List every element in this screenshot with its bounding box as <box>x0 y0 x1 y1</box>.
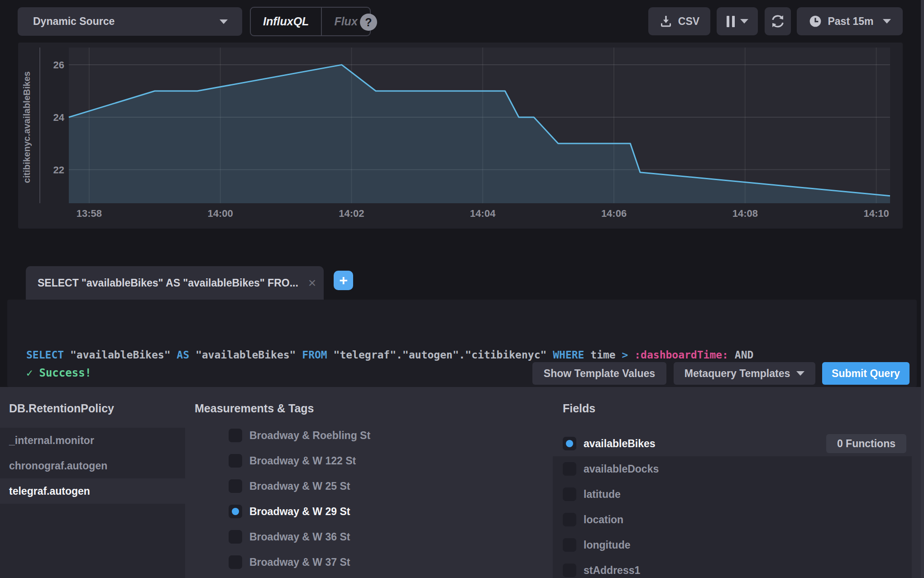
checkbox-icon[interactable] <box>229 454 242 468</box>
clock-icon <box>809 14 822 28</box>
field-item-label: availableDocks <box>584 463 659 475</box>
field-item-label: longitude <box>584 539 630 551</box>
db-item-label: _internal.monitor <box>9 435 94 447</box>
metaquery-templates-dropdown[interactable]: Metaquery Templates <box>674 362 815 385</box>
checkbox-icon[interactable] <box>563 564 576 577</box>
db-item[interactable]: _internal.monitor <box>0 428 185 453</box>
y-tick-label: 24 <box>53 112 65 123</box>
x-tick-label: 14:02 <box>339 208 364 219</box>
checkbox-icon[interactable] <box>563 513 576 526</box>
query-language-toggle: InfluxQL Flux <box>250 7 371 36</box>
field-item[interactable]: longitude <box>553 532 912 558</box>
x-tick-label: 14:00 <box>208 208 233 219</box>
tag-value-item[interactable]: Broadway & W 29 St <box>195 499 543 524</box>
checkbox-icon[interactable] <box>229 479 242 493</box>
scrollbar[interactable] <box>921 0 924 578</box>
data-explorer: Dynamic Source InfluxQL Flux ? CSV Pas <box>0 0 924 578</box>
checkbox-icon[interactable] <box>229 530 242 544</box>
graph-panel: 22242613:5814:0014:0214:0414:0614:0814:1… <box>18 43 903 229</box>
query-token: "availableBikes" <box>196 349 302 361</box>
time-range-label: Past 15m <box>828 15 873 28</box>
query-token: time <box>590 349 622 361</box>
query-line-1: SELECT "availableBikes" AS "availableBik… <box>26 347 753 363</box>
download-csv-button[interactable]: CSV <box>648 7 710 35</box>
fields-header: Fields <box>563 402 595 415</box>
query-token: FROM <box>302 349 333 361</box>
availablebikes-area-chart[interactable]: 22242613:5814:0014:0214:0414:0614:0814:1… <box>18 43 903 229</box>
field-item-label: stAddress1 <box>584 564 640 577</box>
y-axis-title: citibikenyc.availableBikes <box>22 72 32 183</box>
query-token: > <box>622 349 635 361</box>
query-token: AS <box>177 349 196 361</box>
tag-value-item[interactable]: Broadway & Roebling St <box>195 423 543 448</box>
checkbox-icon[interactable] <box>229 429 242 442</box>
csv-label: CSV <box>678 15 699 28</box>
query-token: "telegraf"."autogen"."citibikenyc" <box>334 349 553 361</box>
metaquery-templates-label: Metaquery Templates <box>685 368 790 380</box>
x-tick-label: 14:08 <box>732 208 758 219</box>
db-retention-header: DB.RetentionPolicy <box>9 402 114 415</box>
db-item[interactable]: telegraf.autogen <box>0 478 185 504</box>
tag-value-item[interactable]: Broadway & W 37 St <box>195 549 543 575</box>
refresh-icon <box>771 14 785 29</box>
field-item-label: latitude <box>584 488 621 501</box>
field-item[interactable]: location <box>553 507 912 532</box>
chevron-down-icon <box>883 19 891 24</box>
checkbox-checked-icon[interactable] <box>229 505 242 518</box>
time-range-dropdown[interactable]: Past 15m <box>797 7 903 35</box>
checkbox-icon[interactable] <box>563 487 576 501</box>
source-dropdown-label: Dynamic Source <box>33 15 115 28</box>
field-item-label: availableBikes <box>584 438 656 450</box>
add-query-button[interactable]: + <box>334 271 353 290</box>
tag-value-item-label: Broadway & W 37 St <box>249 556 350 568</box>
db-item-label: telegraf.autogen <box>9 485 90 497</box>
submit-query-button[interactable]: Submit Query <box>822 362 910 385</box>
y-tick-label: 26 <box>53 59 64 71</box>
pause-button[interactable] <box>717 7 758 35</box>
checkbox-icon[interactable] <box>229 555 242 569</box>
source-dropdown[interactable]: Dynamic Source <box>18 7 242 36</box>
x-tick-label: 14:04 <box>470 208 496 219</box>
query-status: ✓ Success! <box>26 367 91 379</box>
field-item-label: location <box>584 514 623 526</box>
query-token: AND <box>735 349 754 361</box>
x-tick-label: 13:58 <box>77 208 102 219</box>
field-item[interactable]: stAddress1 <box>553 558 912 578</box>
close-icon[interactable]: × <box>308 276 316 290</box>
db-item[interactable]: chronograf.autogen <box>0 453 185 478</box>
schema-explorer: DB.RetentionPolicy Measurements & Tags F… <box>0 387 924 578</box>
query-token: "availableBikes" <box>70 349 177 361</box>
show-template-values-button[interactable]: Show Template Values <box>532 362 666 385</box>
download-icon <box>659 14 673 28</box>
x-tick-label: 14:10 <box>863 208 889 219</box>
field-item[interactable]: availableBikes0 Functions <box>553 431 912 456</box>
measurements-header: Measurements & Tags <box>195 402 314 415</box>
tag-value-item[interactable]: Broadway & W 122 St <box>195 448 543 473</box>
query-tab[interactable]: SELECT "availableBikes" AS "availableBik… <box>26 266 324 300</box>
chevron-down-icon <box>220 19 228 24</box>
pause-icon <box>727 16 735 27</box>
tab-influxql[interactable]: InfluxQL <box>251 8 322 35</box>
tag-value-item[interactable]: Broadway & W 25 St <box>195 473 543 499</box>
tag-value-item[interactable]: Broadway & W 36 St <box>195 524 543 549</box>
checkbox-icon[interactable] <box>563 462 576 476</box>
refresh-button[interactable] <box>765 7 791 35</box>
y-tick-label: 22 <box>53 164 64 176</box>
tag-value-item-label: Broadway & W 29 St <box>249 506 350 518</box>
tag-value-item-label: Broadway & W 122 St <box>249 455 356 467</box>
checkbox-checked-icon[interactable] <box>563 437 576 450</box>
tag-value-item-label: Broadway & W 25 St <box>249 480 350 492</box>
query-editor: SELECT "availableBikes" AS "availableBik… <box>7 300 917 387</box>
field-item[interactable]: availableDocks <box>553 456 912 482</box>
db-item-label: chronograf.autogen <box>9 460 107 472</box>
query-tab-title: SELECT "availableBikes" AS "availableBik… <box>38 277 298 289</box>
checkbox-icon[interactable] <box>563 538 576 552</box>
check-icon: ✓ <box>26 367 33 379</box>
functions-badge[interactable]: 0 Functions <box>826 434 906 453</box>
help-icon[interactable]: ? <box>360 14 377 31</box>
tag-value-item-label: Broadway & Roebling St <box>249 430 370 442</box>
query-status-text: Success! <box>39 367 91 379</box>
query-token: WHERE <box>553 349 590 361</box>
chevron-down-icon <box>796 371 804 376</box>
field-item[interactable]: latitude <box>553 482 912 507</box>
